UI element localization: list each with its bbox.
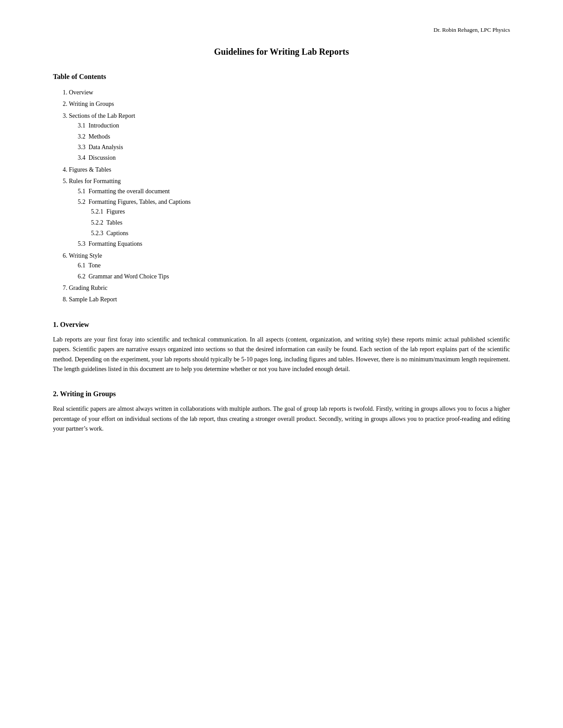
toc-item-4: Figures & Tables [69, 165, 510, 175]
table-of-contents: Table of Contents Overview Writing in Gr… [53, 73, 510, 305]
toc-item-5-2-1: 5.2.1 Figures [91, 207, 510, 217]
toc-item-5-3: 5.3 Formatting Equations [78, 239, 510, 249]
toc-sublist-5-2: 5.2.1 Figures 5.2.2 Tables 5.2.3 Caption… [78, 207, 510, 238]
toc-item-5: Rules for Formatting 5.1 Formatting the … [69, 176, 510, 249]
toc-item-3-1: 3.1 Introduction [78, 121, 510, 131]
document-title: Guidelines for Writing Lab Reports [53, 47, 510, 57]
toc-item-7: Grading Rubric [69, 283, 510, 293]
toc-item-8: Sample Lab Report [69, 295, 510, 304]
author-info-text: Dr. Robin Rehagen, LPC Physics [434, 26, 510, 33]
toc-heading: Table of Contents [53, 73, 510, 81]
toc-item-3-3: 3.3 Data Analysis [78, 143, 510, 152]
section-overview-heading: 1. Overview [53, 321, 510, 329]
page: Dr. Robin Rehagen, LPC Physics Guideline… [0, 0, 563, 728]
toc-item-2: Writing in Groups [69, 99, 510, 109]
section-writing-body: Real scientific papers are almost always… [53, 404, 510, 434]
toc-item-5-2: 5.2 Formatting Figures, Tables, and Capt… [78, 197, 510, 239]
toc-sublist-5: 5.1 Formatting the overall document 5.2 … [69, 187, 510, 249]
toc-item-6-1: 6.1 Tone [78, 261, 510, 270]
section-writing-in-groups: 2. Writing in Groups Real scientific pap… [53, 390, 510, 434]
section-writing-heading: 2. Writing in Groups [53, 390, 510, 398]
toc-list: Overview Writing in Groups Sections of t… [53, 88, 510, 305]
section-overview-body: Lab reports are your first foray into sc… [53, 335, 510, 375]
toc-item-3-2: 3.2 Methods [78, 132, 510, 142]
toc-item-5-2-3: 5.2.3 Captions [91, 229, 510, 238]
header-author: Dr. Robin Rehagen, LPC Physics [53, 26, 510, 34]
toc-item-6: Writing Style 6.1 Tone 6.2 Grammar and W… [69, 251, 510, 281]
toc-item-6-2: 6.2 Grammar and Word Choice Tips [78, 272, 510, 281]
toc-sublist-3: 3.1 Introduction 3.2 Methods 3.3 Data An… [69, 121, 510, 163]
toc-item-3-4: 3.4 Discussion [78, 153, 510, 163]
toc-sublist-6: 6.1 Tone 6.2 Grammar and Word Choice Tip… [69, 261, 510, 281]
section-overview: 1. Overview Lab reports are your first f… [53, 321, 510, 375]
toc-item-1: Overview [69, 88, 510, 98]
toc-item-3: Sections of the Lab Report 3.1 Introduct… [69, 111, 510, 163]
toc-item-5-1: 5.1 Formatting the overall document [78, 187, 510, 196]
toc-item-5-2-2: 5.2.2 Tables [91, 218, 510, 228]
